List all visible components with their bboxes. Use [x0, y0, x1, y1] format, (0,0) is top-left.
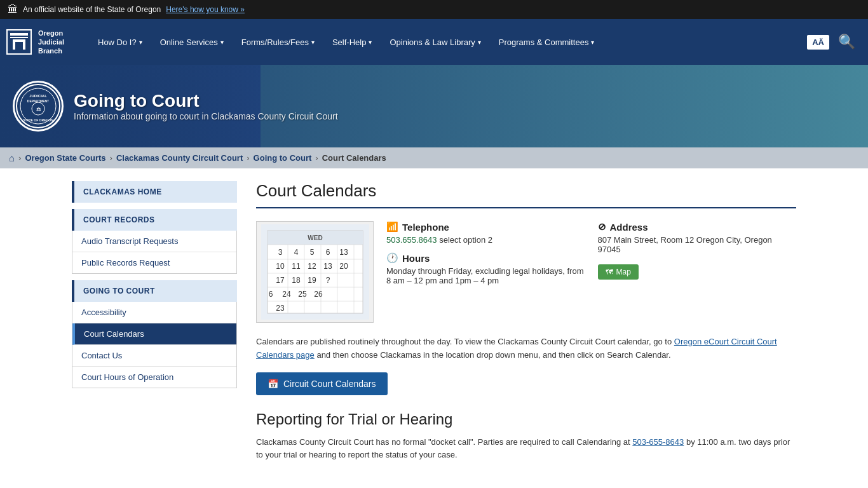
- sidebar-clackamas-home-title[interactable]: CLACKAMAS HOME: [72, 181, 237, 203]
- nav-forms-rules-fees[interactable]: Forms/Rules/Fees ▾: [233, 19, 323, 65]
- reporting-section-heading: Reporting for Trial or Hearing: [256, 410, 796, 428]
- sidebar-accessibility[interactable]: Accessibility: [72, 302, 236, 323]
- svg-text:12: 12: [308, 262, 316, 271]
- search-button[interactable]: 🔍: [832, 31, 862, 53]
- sidebar-contact-us[interactable]: Contact Us: [72, 345, 236, 367]
- address-value: 807 Main Street, Room 12 Oregon City, Or…: [598, 235, 797, 254]
- svg-text:5: 5: [309, 248, 314, 257]
- chevron-down-icon: ▾: [139, 39, 142, 46]
- sidebar-court-records-title: COURT RECORDS: [72, 209, 237, 231]
- svg-text:11: 11: [292, 262, 301, 271]
- map-icon: 🗺: [606, 268, 613, 276]
- svg-text:3: 3: [278, 248, 282, 257]
- svg-text:JUDICIAL: JUDICIAL: [29, 94, 47, 98]
- nav-online-services[interactable]: Online Services ▾: [151, 19, 233, 65]
- svg-rect-1: [10, 33, 28, 36]
- location-icon: ⊘: [598, 221, 606, 233]
- ecourt-link[interactable]: Oregon eCourt Circuit Court Calendars pa…: [256, 337, 777, 360]
- judicial-seal: JUDICIAL DEPARTMENT ⚖ STATE OF OREGON: [13, 81, 64, 132]
- sidebar: CLACKAMAS HOME COURT RECORDS Audio Trans…: [72, 181, 237, 462]
- hero-title: Going to Court: [74, 91, 338, 111]
- official-site-text: An official website of the State of Oreg…: [23, 5, 161, 14]
- svg-text:25: 25: [298, 290, 307, 299]
- how-to-know-link[interactable]: Here's how you know »: [166, 5, 245, 14]
- hours-label: 🕐 Hours: [386, 252, 585, 264]
- breadcrumb-oregon-state-courts[interactable]: Oregon State Courts: [25, 153, 105, 163]
- svg-text:17: 17: [276, 276, 285, 285]
- hero-text-block: Going to Court Information about going t…: [74, 91, 338, 121]
- clock-icon: 🕐: [386, 252, 398, 264]
- svg-text:10: 10: [276, 262, 285, 271]
- page-title: Court Calendars: [256, 181, 796, 208]
- main-nav: Oregon Judicial Branch How Do I? ▾ Onlin…: [0, 19, 868, 65]
- chevron-down-icon: ▾: [369, 39, 372, 46]
- nav-programs-committees[interactable]: Programs & Committees ▾: [490, 19, 604, 65]
- svg-text:STATE OF OREGON: STATE OF OREGON: [23, 118, 53, 122]
- info-card: WED 3 4 5 6 13 10 11 12 13 20 17: [256, 221, 796, 323]
- home-icon[interactable]: ⌂: [9, 152, 15, 163]
- svg-text:⚖: ⚖: [36, 107, 41, 112]
- main-container: CLACKAMAS HOME COURT RECORDS Audio Trans…: [59, 168, 809, 475]
- svg-text:20: 20: [339, 262, 348, 271]
- language-button[interactable]: AÄ: [807, 35, 829, 50]
- main-content: Court Calendars WED 3 4 5 6: [256, 181, 796, 462]
- chevron-down-icon: ▾: [311, 39, 315, 46]
- svg-text:?: ?: [325, 276, 330, 285]
- svg-text:18: 18: [292, 276, 301, 285]
- reporting-text: Clackamas County Circuit Court has no fo…: [256, 436, 796, 463]
- svg-text:6: 6: [268, 290, 273, 299]
- nav-how-do-i[interactable]: How Do I? ▾: [89, 19, 151, 65]
- svg-text:4: 4: [294, 248, 298, 257]
- svg-text:WED: WED: [308, 234, 322, 241]
- hero-banner: JUDICIAL DEPARTMENT ⚖ STATE OF OREGON Go…: [0, 65, 868, 147]
- telephone-icon: 📶: [386, 221, 398, 233]
- hero-subtitle: Information about going to court in Clac…: [74, 111, 338, 121]
- nav-self-help[interactable]: Self-Help ▾: [323, 19, 381, 65]
- svg-rect-2: [10, 37, 28, 38]
- logo-text: Oregon Judicial Branch: [38, 29, 64, 56]
- info-columns: 📶 Telephone 503.655.8643 select option 2…: [386, 221, 796, 293]
- telephone-label: 📶 Telephone: [386, 221, 585, 233]
- telephone-col: 📶 Telephone 503.655.8643 select option 2…: [386, 221, 585, 293]
- breadcrumb: ⌂ › Oregon State Courts › Clackamas Coun…: [0, 147, 868, 168]
- svg-text:6: 6: [325, 248, 330, 257]
- map-button[interactable]: 🗺 Map: [598, 264, 639, 280]
- sidebar-audio-transcript[interactable]: Audio Transcript Requests: [72, 231, 236, 252]
- svg-text:13: 13: [339, 248, 348, 257]
- description-text: Calendars are published routinely throug…: [256, 336, 796, 362]
- calendar-icon: 📅: [268, 379, 278, 389]
- telephone-value: 503.655.8643 select option 2: [386, 235, 585, 245]
- oregon-flag-icon: 🏛: [8, 4, 18, 15]
- address-col: ⊘ Address 807 Main Street, Room 12 Orego…: [598, 221, 797, 293]
- reporting-phone-link[interactable]: 503-655-8643: [632, 437, 684, 447]
- svg-text:23: 23: [276, 304, 285, 313]
- hero-content: JUDICIAL DEPARTMENT ⚖ STATE OF OREGON Go…: [0, 81, 351, 132]
- sidebar-court-hours[interactable]: Court Hours of Operation: [72, 367, 236, 388]
- chevron-down-icon: ▾: [591, 39, 594, 46]
- nav-items: How Do I? ▾ Online Services ▾ Forms/Rule…: [89, 19, 807, 65]
- svg-text:19: 19: [308, 276, 316, 285]
- sidebar-going-to-court-title: GOING TO COURT: [72, 280, 237, 302]
- hours-value: Monday through Friday, excluding legal h…: [386, 266, 585, 285]
- circuit-court-calendars-button[interactable]: 📅 Circuit Court Calendars: [256, 372, 388, 395]
- sidebar-public-records[interactable]: Public Records Request: [72, 252, 236, 273]
- svg-text:26: 26: [314, 290, 323, 299]
- logo[interactable]: Oregon Judicial Branch: [6, 29, 76, 56]
- svg-text:24: 24: [282, 290, 291, 299]
- svg-rect-4: [15, 42, 23, 50]
- chevron-down-icon: ▾: [478, 39, 481, 46]
- top-bar: 🏛 An official website of the State of Or…: [0, 0, 868, 19]
- nav-right: AÄ 🔍: [807, 31, 862, 53]
- breadcrumb-current: Court Calendars: [322, 153, 386, 163]
- telephone-link[interactable]: 503.655.8643: [386, 235, 437, 245]
- logo-icon: [6, 29, 32, 55]
- nav-opinions-law-library[interactable]: Opinions & Law Library ▾: [381, 19, 489, 65]
- sidebar-court-calendars[interactable]: Court Calendars: [72, 323, 236, 345]
- calendar-image: WED 3 4 5 6 13 10 11 12 13 20 17: [256, 221, 374, 323]
- chevron-down-icon: ▾: [220, 39, 224, 46]
- page-title-area: Court Calendars: [256, 181, 796, 208]
- breadcrumb-going-to-court[interactable]: Going to Court: [254, 153, 312, 163]
- breadcrumb-clackamas-county[interactable]: Clackamas County Circuit Court: [116, 153, 243, 163]
- sidebar-court-records-nav: Audio Transcript Requests Public Records…: [72, 231, 237, 274]
- sidebar-going-to-court-nav: Accessibility Court Calendars Contact Us…: [72, 302, 237, 388]
